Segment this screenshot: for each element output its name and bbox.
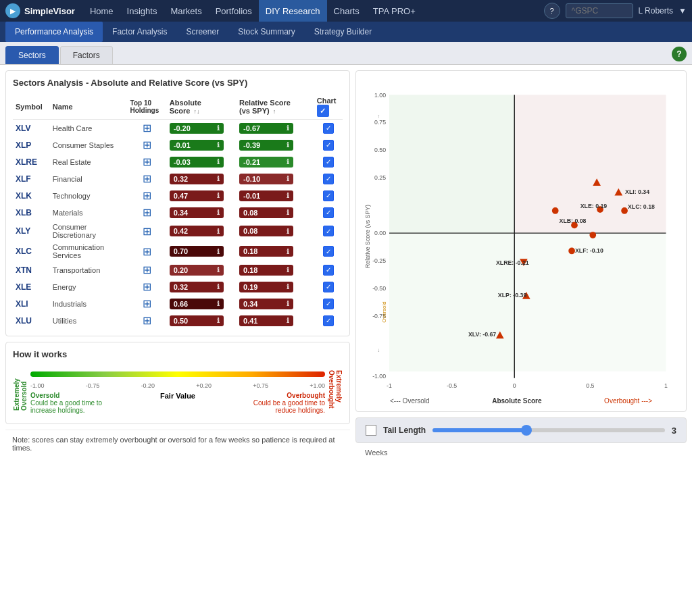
abs-info-icon-XLF[interactable]: ℹ xyxy=(217,175,220,182)
cell-holdings-XLK[interactable]: ⊞ xyxy=(128,187,167,204)
abs-badge-XLI[interactable]: 0.66 ℹ xyxy=(170,299,224,309)
rel-info-icon-XLV[interactable]: ℹ xyxy=(287,124,289,132)
chart-checkbox-XLRE[interactable]: ✓ xyxy=(323,157,334,168)
cell-holdings-XLC[interactable]: ⊞ xyxy=(128,241,167,261)
cell-holdings-XLE[interactable]: ⊞ xyxy=(128,278,167,295)
abs-badge-XLK[interactable]: 0.47 ℹ xyxy=(170,190,224,201)
chart-checkbox-XLP[interactable]: ✓ xyxy=(323,140,334,151)
rel-info-icon-XLI[interactable]: ℹ xyxy=(287,300,289,307)
holdings-icon-XLY[interactable]: ⊞ xyxy=(143,226,151,237)
cell-holdings-XLRE[interactable]: ⊞ xyxy=(128,153,167,170)
rel-badge-XLP[interactable]: -0.39 ℹ xyxy=(239,140,293,151)
abs-badge-XLY[interactable]: 0.42 ℹ xyxy=(170,226,224,236)
abs-badge-XLE[interactable]: 0.32 ℹ xyxy=(170,282,224,292)
nav-insights[interactable]: Insights xyxy=(120,0,164,22)
rel-info-icon-XLY[interactable]: ℹ xyxy=(287,228,289,235)
abs-badge-XLB[interactable]: 0.34 ℹ xyxy=(170,207,224,218)
logo[interactable]: ▶ SimpleVisor xyxy=(5,3,75,18)
abs-info-icon-XLRE[interactable]: ℹ xyxy=(217,158,220,165)
rel-info-icon-XLB[interactable]: ℹ xyxy=(287,209,289,216)
chart-checkbox-XLF[interactable]: ✓ xyxy=(323,174,334,184)
cell-holdings-XLY[interactable]: ⊞ xyxy=(128,221,167,241)
chart-all-checkbox[interactable]: ✓ xyxy=(317,105,329,117)
subnav-screener[interactable]: Screener xyxy=(176,22,228,42)
abs-badge-XLF[interactable]: 0.32 ℹ xyxy=(170,174,224,184)
rel-badge-XLF[interactable]: -0.10 ℹ xyxy=(239,174,293,184)
user-chevron-icon[interactable]: ▼ xyxy=(678,6,687,16)
rel-badge-XLRE[interactable]: -0.21 ℹ xyxy=(239,157,293,168)
tab-factors[interactable]: Factors xyxy=(60,46,113,64)
holdings-icon-XLV[interactable]: ⊞ xyxy=(143,122,151,134)
rel-badge-XLY[interactable]: 0.08 ℹ xyxy=(239,226,293,236)
chart-checkbox-XLI[interactable]: ✓ xyxy=(323,299,334,309)
holdings-icon-XLRE[interactable]: ⊞ xyxy=(143,156,151,168)
page-help-button[interactable]: ? xyxy=(672,47,687,61)
cell-holdings-XLU[interactable]: ⊞ xyxy=(128,312,167,329)
holdings-icon-XLE[interactable]: ⊞ xyxy=(143,281,151,292)
holdings-icon-XLC[interactable]: ⊞ xyxy=(143,246,151,257)
abs-info-icon-XLV[interactable]: ℹ xyxy=(217,124,220,132)
rel-info-icon-XLF[interactable]: ℹ xyxy=(287,175,289,182)
nav-portfolios[interactable]: Portfolios xyxy=(209,0,259,22)
abs-info-icon-XTN[interactable]: ℹ xyxy=(217,266,220,274)
chart-checkbox-XLY[interactable]: ✓ xyxy=(323,226,334,236)
abs-info-icon-XLC[interactable]: ℹ xyxy=(217,248,220,255)
abs-info-icon-XLP[interactable]: ℹ xyxy=(217,141,220,149)
chart-checkbox-XLK[interactable]: ✓ xyxy=(323,190,334,201)
rel-info-icon-XLRE[interactable]: ℹ xyxy=(287,158,289,165)
user-menu[interactable]: L Roberts xyxy=(639,6,674,16)
cell-holdings-XLB[interactable]: ⊞ xyxy=(128,204,167,221)
rel-info-icon-XLE[interactable]: ℹ xyxy=(287,283,289,290)
chart-checkbox-XLU[interactable]: ✓ xyxy=(323,315,334,326)
cell-holdings-XLP[interactable]: ⊞ xyxy=(128,136,167,153)
chart-checkbox-XTN[interactable]: ✓ xyxy=(323,265,334,276)
rel-badge-XLI[interactable]: 0.34 ℹ xyxy=(239,299,293,309)
chart-checkbox-XLB[interactable]: ✓ xyxy=(323,207,334,218)
abs-badge-XLV[interactable]: -0.20 ℹ xyxy=(170,123,224,134)
abs-badge-XLRE[interactable]: -0.03 ℹ xyxy=(170,157,224,168)
abs-badge-XLC[interactable]: 0.70 ℹ xyxy=(170,246,224,257)
tail-length-checkbox[interactable] xyxy=(366,425,376,436)
nav-home[interactable]: Home xyxy=(83,0,120,22)
rel-info-icon-XLP[interactable]: ℹ xyxy=(287,141,289,149)
abs-sort-icon[interactable]: ↑↓ xyxy=(193,108,199,115)
slider-thumb[interactable] xyxy=(521,425,532,436)
nav-tpa-pro[interactable]: TPA PRO+ xyxy=(366,0,422,22)
abs-info-icon-XLI[interactable]: ℹ xyxy=(217,300,220,307)
chart-checkbox-XLE[interactable]: ✓ xyxy=(323,282,334,292)
cell-holdings-XLV[interactable]: ⊞ xyxy=(128,120,167,137)
abs-badge-XTN[interactable]: 0.20 ℹ xyxy=(170,265,224,276)
cell-holdings-XLI[interactable]: ⊞ xyxy=(128,295,167,312)
rel-badge-XLK[interactable]: -0.01 ℹ xyxy=(239,190,293,201)
rel-info-icon-XLC[interactable]: ℹ xyxy=(287,248,289,255)
holdings-icon-XLK[interactable]: ⊞ xyxy=(143,190,151,201)
subnav-stock-summary[interactable]: Stock Summary xyxy=(228,22,305,42)
holdings-icon-XLU[interactable]: ⊞ xyxy=(143,315,151,326)
abs-info-icon-XLB[interactable]: ℹ xyxy=(217,209,220,216)
subnav-strategy-builder[interactable]: Strategy Builder xyxy=(305,22,381,42)
slider-track[interactable] xyxy=(432,428,665,432)
cell-holdings-XTN[interactable]: ⊞ xyxy=(128,261,167,278)
rel-badge-XLB[interactable]: 0.08 ℹ xyxy=(239,207,293,218)
nav-diy-research[interactable]: DIY Research xyxy=(259,0,327,22)
help-button[interactable]: ? xyxy=(544,3,560,19)
subnav-factor-analysis[interactable]: Factor Analysis xyxy=(103,22,176,42)
rel-info-icon-XTN[interactable]: ℹ xyxy=(287,266,289,274)
chart-checkbox-XLC[interactable]: ✓ xyxy=(323,246,334,257)
rel-badge-XLC[interactable]: 0.18 ℹ xyxy=(239,246,293,257)
abs-badge-XLP[interactable]: -0.01 ℹ xyxy=(170,140,224,151)
abs-info-icon-XLY[interactable]: ℹ xyxy=(217,228,220,235)
rel-info-icon-XLU[interactable]: ℹ xyxy=(287,317,289,324)
abs-info-icon-XLE[interactable]: ℹ xyxy=(217,283,220,290)
nav-charts[interactable]: Charts xyxy=(327,0,366,22)
rel-badge-XTN[interactable]: 0.18 ℹ xyxy=(239,265,293,276)
rel-info-icon-XLK[interactable]: ℹ xyxy=(287,192,289,199)
abs-badge-XLU[interactable]: 0.50 ℹ xyxy=(170,315,224,326)
search-input[interactable] xyxy=(566,3,633,18)
abs-info-icon-XLK[interactable]: ℹ xyxy=(217,192,220,199)
abs-info-icon-XLU[interactable]: ℹ xyxy=(217,317,220,324)
subnav-performance-analysis[interactable]: Performance Analysis xyxy=(5,22,103,42)
holdings-icon-XLF[interactable]: ⊞ xyxy=(143,173,151,184)
cell-holdings-XLF[interactable]: ⊞ xyxy=(128,170,167,187)
holdings-icon-XLI[interactable]: ⊞ xyxy=(143,298,151,309)
